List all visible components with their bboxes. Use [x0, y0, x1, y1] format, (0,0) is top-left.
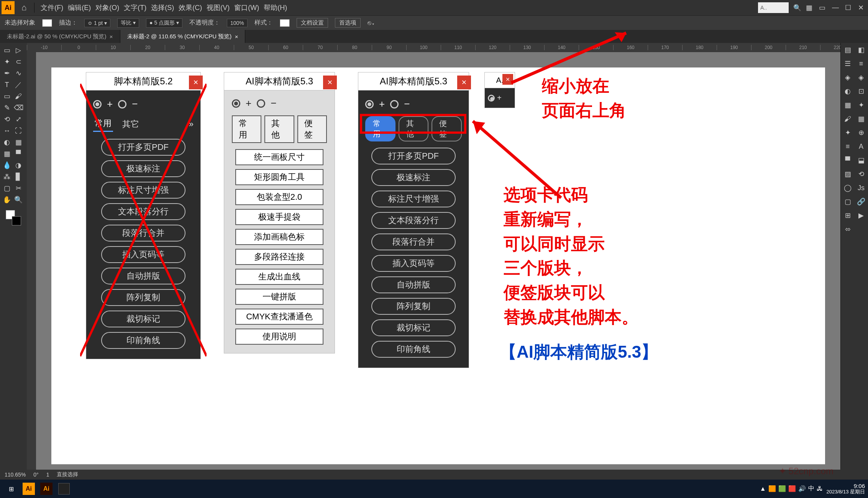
zoom-tool[interactable]: 🔍	[13, 194, 24, 205]
taskbar-ai-1[interactable]: Ai	[21, 482, 37, 496]
brush-preset[interactable]: ● 5 点圆形 ▾	[146, 18, 182, 28]
btn-one-impose[interactable]: 一键拼版	[235, 289, 323, 305]
direct-select-tool[interactable]: ▷	[13, 44, 24, 56]
canvas[interactable]: 脚本精简版5.2 × + − 常用 其它 » 打开多页PDF 极速标注 标注尺寸…	[36, 52, 840, 480]
transparency-icon[interactable]: ▨	[841, 167, 855, 181]
radio-icon[interactable]	[365, 100, 374, 108]
start-icon[interactable]: ⊞	[3, 482, 19, 496]
prefs-button[interactable]: 首选项	[335, 18, 361, 28]
doc-tab-1[interactable]: 未标题-2.ai @ 50 % (CMYK/CPU 预览) ×	[0, 30, 120, 43]
radio-icon[interactable]	[390, 100, 399, 108]
rect-tool[interactable]: ▭	[1, 90, 13, 102]
menu-select[interactable]: 选择(S)	[151, 3, 174, 12]
btn-color-bar[interactable]: 添加画稿色标	[235, 229, 323, 245]
seg-other[interactable]: 其他	[264, 115, 294, 143]
properties-icon[interactable]: ▤	[841, 43, 855, 57]
menu-view[interactable]: 视图(V)	[207, 3, 230, 12]
free-transform[interactable]: ⛶	[13, 125, 24, 136]
symbols-icon[interactable]: ✦	[841, 126, 855, 140]
dock-icon-m[interactable]: ▶	[854, 209, 868, 222]
menu-type[interactable]: 文字(T)	[124, 3, 146, 12]
appearance-icon[interactable]: ◯	[841, 181, 855, 195]
layers-icon[interactable]: ☰	[841, 57, 855, 71]
color-icon[interactable]: ◐	[841, 84, 855, 98]
doc-setup-button[interactable]: 文档设置	[297, 18, 328, 28]
btn-auto-impose[interactable]: 自动拼版	[371, 276, 456, 293]
seg-common[interactable]: 常用	[232, 115, 261, 143]
tray-icons[interactable]: ▲ 🟧 🟩 🟥 🔊 中 🖧	[760, 485, 823, 493]
workspace-icon[interactable]: ▭	[819, 3, 827, 12]
tray-icon[interactable]: 🟩	[778, 485, 786, 492]
panel53b-close[interactable]: ×	[457, 76, 471, 89]
taskbar-ai-2[interactable]: Ai	[38, 482, 54, 496]
shape-builder[interactable]: ◐	[1, 136, 13, 148]
artboard-num[interactable]: 1	[46, 472, 49, 478]
btn-box-type[interactable]: 包装盒型2.0	[235, 189, 323, 205]
dock-icon-l[interactable]: 🔗	[854, 195, 868, 209]
btn-open-pdf[interactable]: 打开多页PDF	[371, 148, 456, 164]
arrange-icon[interactable]: ▦	[806, 3, 814, 12]
rotate-tool[interactable]: ⟲	[1, 113, 13, 125]
dock-icon-i[interactable]: ⬓	[854, 153, 868, 167]
width-tool[interactable]: ↔	[1, 125, 13, 136]
btn-page-number[interactable]: 插入页码等	[371, 255, 456, 272]
doc-tab-2[interactable]: 未标题-2 @ 110.65 % (CMYK/CPU 预览) ×	[120, 30, 246, 43]
btn-text-split[interactable]: 文本段落分行	[371, 212, 456, 229]
style-swatch[interactable]	[280, 19, 290, 27]
shaper-tool[interactable]: ✎	[1, 102, 13, 113]
tray-icon[interactable]: 🟧	[768, 485, 776, 492]
menu-help[interactable]: 帮助(H)	[264, 3, 287, 12]
menu-file[interactable]: 文件(F)	[41, 3, 63, 12]
eyedropper-tool[interactable]: 💧	[1, 159, 13, 171]
radio-icon[interactable]	[488, 95, 495, 102]
selection-tool[interactable]: ▭	[1, 44, 13, 56]
tray-icon[interactable]: ▲	[760, 485, 766, 492]
btn-help[interactable]: 使用说明	[235, 329, 323, 345]
btn-path-join[interactable]: 多段路径连接	[235, 249, 323, 265]
scale-mode[interactable]: 等比 ▾	[117, 18, 139, 28]
btn-crop-marks[interactable]: 裁切标记	[371, 319, 456, 336]
fill-stroke-swatch[interactable]	[6, 210, 21, 225]
transform-panel-icon[interactable]: ⬄	[841, 222, 855, 236]
menu-edit[interactable]: 编辑(E)	[68, 3, 91, 12]
btn-bleed-line[interactable]: 生成出血线	[235, 269, 323, 285]
dock-icon-b[interactable]: ≡	[854, 57, 868, 71]
blend-tool[interactable]: ◑	[13, 159, 24, 171]
menu-object[interactable]: 对象(O)	[95, 3, 119, 12]
btn-quick-bag[interactable]: 极速手提袋	[235, 209, 323, 225]
rotate-angle[interactable]: 0°	[33, 472, 38, 478]
dock-icon-g[interactable]: ⊕	[854, 126, 868, 140]
dock-icon-j[interactable]: ⟲	[854, 167, 868, 181]
maximize-icon[interactable]: ☐	[845, 3, 853, 12]
btn-para-merge[interactable]: 段落行合并	[371, 233, 456, 250]
clock-time[interactable]: 9:06	[827, 483, 865, 490]
opacity-value[interactable]: 100%	[227, 19, 248, 27]
tray-icon[interactable]: 🔊	[798, 485, 806, 492]
btn-array-copy[interactable]: 阵列复制	[371, 298, 456, 315]
minimize-icon[interactable]: —	[832, 3, 840, 12]
perspective-tool[interactable]: ▦	[13, 136, 24, 148]
swatches-icon[interactable]: ▦	[841, 98, 855, 112]
fill-swatch[interactable]	[42, 19, 52, 27]
graph-tool[interactable]: ▊	[13, 171, 24, 182]
search-icon[interactable]: 🔍	[793, 4, 801, 12]
curvature-tool[interactable]: ∿	[13, 67, 24, 79]
taskbar-app-3[interactable]	[56, 482, 72, 496]
eraser-tool[interactable]: ⌫	[13, 102, 24, 113]
btn-cmyk-pantone[interactable]: CMYK查找潘通色	[235, 309, 323, 325]
dock-icon-k[interactable]: Js	[854, 181, 868, 195]
gradient-tool[interactable]: ▀	[13, 148, 24, 159]
dock-icon-c[interactable]: ◈	[854, 71, 868, 84]
btn-round-rect[interactable]: 矩形圆角工具	[235, 169, 323, 185]
line-tool[interactable]: ／	[13, 79, 24, 90]
align-panel-icon[interactable]: ⊞	[841, 209, 855, 222]
dock-icon-d[interactable]: ⊡	[854, 84, 868, 98]
magic-wand-tool[interactable]: ✦	[1, 56, 13, 67]
panel53a-close[interactable]: ×	[323, 76, 337, 89]
align-icon[interactable]: ⎋▾	[368, 20, 375, 26]
scale-tool[interactable]: ⤢	[13, 113, 24, 125]
tray-icon[interactable]: 🖧	[817, 485, 823, 492]
artboard-tool[interactable]: ▢	[1, 182, 13, 194]
close-icon[interactable]: ✕	[858, 3, 866, 12]
ime-indicator[interactable]: 中	[808, 485, 814, 493]
